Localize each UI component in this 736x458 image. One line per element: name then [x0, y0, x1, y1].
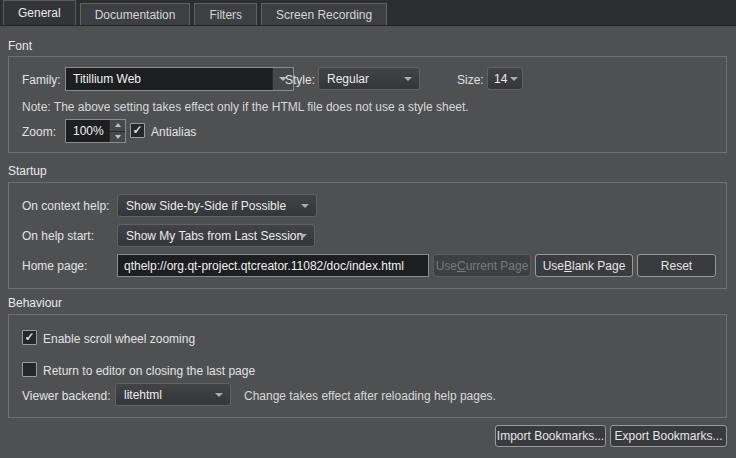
viewer-backend-label: Viewer backend: — [22, 389, 111, 403]
use-blank-page-button[interactable]: Use Blank Page — [535, 254, 633, 277]
use-current-page-button[interactable]: Use Current Page — [433, 254, 531, 277]
reset-button[interactable]: Reset — [637, 254, 716, 277]
spin-up-button[interactable] — [110, 120, 125, 132]
import-bookmarks-button[interactable]: Import Bookmarks... — [495, 425, 606, 447]
spin-down-button[interactable] — [110, 132, 125, 143]
help-start-value: Show My Tabs from Last Session — [126, 229, 303, 243]
export-bookmarks-button[interactable]: Export Bookmarks... — [610, 425, 727, 447]
zoom-spinner[interactable]: 100% — [65, 119, 126, 143]
viewer-backend-combobox[interactable]: litehtml — [115, 383, 231, 406]
tab-bar: General Documentation Filters Screen Rec… — [0, 0, 736, 26]
tab-documentation[interactable]: Documentation — [80, 3, 191, 25]
home-page-input[interactable] — [117, 254, 429, 277]
font-style-label: Style: — [285, 73, 315, 87]
chevron-down-icon — [510, 77, 518, 81]
button-label-part: Use — [436, 259, 457, 273]
triangle-down-icon — [115, 135, 121, 139]
help-start-label: On help start: — [22, 229, 94, 243]
return-to-editor-checkbox[interactable] — [22, 362, 37, 377]
help-options-dialog: General Documentation Filters Screen Rec… — [0, 0, 736, 458]
tab-filters[interactable]: Filters — [194, 3, 257, 25]
chevron-down-icon — [299, 234, 307, 238]
chevron-down-icon — [215, 393, 223, 397]
tab-screen-recording[interactable]: Screen Recording — [261, 3, 387, 25]
font-group-title: Font — [8, 39, 32, 53]
scroll-wheel-zoom-label[interactable]: Enable scroll wheel zooming — [43, 332, 195, 346]
scroll-wheel-zoom-checkbox[interactable] — [22, 330, 37, 345]
return-to-editor-label[interactable]: Return to editor on closing the last pag… — [43, 364, 255, 378]
font-note-text: Note: The above setting takes effect onl… — [22, 100, 469, 114]
font-family-label: Family: — [22, 73, 61, 87]
context-help-combobox[interactable]: Show Side-by-Side if Possible — [117, 194, 317, 217]
button-label-part: Use — [543, 259, 564, 273]
button-mnemonic: C — [457, 259, 466, 273]
chevron-down-icon — [404, 77, 412, 81]
font-family-value: Titillium Web — [66, 68, 272, 90]
font-style-value: Regular — [327, 72, 369, 86]
button-label-part: lank Page — [572, 259, 625, 273]
context-help-value: Show Side-by-Side if Possible — [126, 199, 286, 213]
viewer-backend-value: litehtml — [124, 388, 162, 402]
font-size-label: Size: — [457, 73, 484, 87]
font-style-combobox[interactable]: Regular — [318, 67, 420, 90]
font-size-value: 14 — [494, 72, 507, 86]
startup-group-title: Startup — [8, 164, 47, 178]
home-page-label: Home page: — [22, 259, 87, 273]
context-help-label: On context help: — [22, 199, 109, 213]
zoom-label: Zoom: — [22, 125, 56, 139]
tab-general[interactable]: General — [3, 0, 76, 25]
button-label-part: urrent Page — [466, 259, 529, 273]
font-size-combobox[interactable]: 14 — [487, 67, 523, 90]
triangle-up-icon — [115, 123, 121, 127]
help-start-combobox[interactable]: Show My Tabs from Last Session — [117, 224, 315, 247]
behaviour-group-title: Behaviour — [8, 296, 62, 310]
zoom-value: 100% — [66, 120, 109, 142]
zoom-spinner-buttons — [109, 120, 125, 142]
font-family-combobox[interactable]: Titillium Web — [65, 67, 294, 91]
chevron-down-icon — [301, 204, 309, 208]
button-mnemonic: B — [564, 259, 572, 273]
antialias-label[interactable]: Antialias — [151, 125, 196, 139]
antialias-checkbox[interactable] — [130, 123, 145, 138]
viewer-backend-note: Change takes effect after reloading help… — [244, 389, 496, 403]
